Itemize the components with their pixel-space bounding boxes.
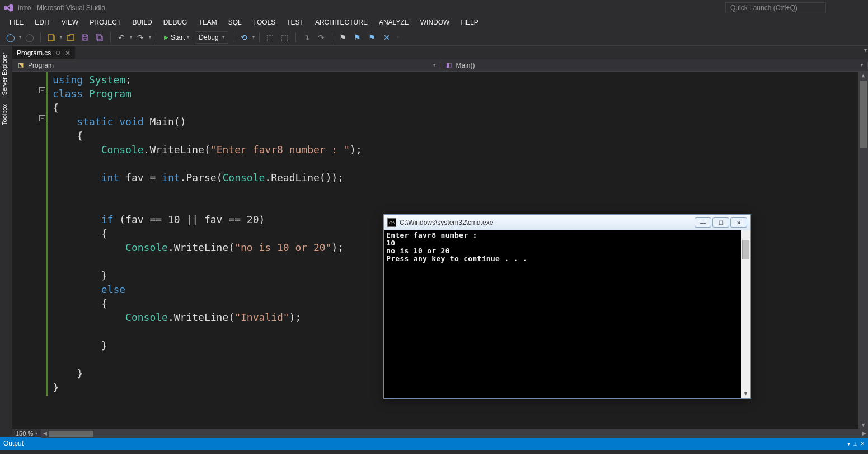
tab-overflow-chevron-icon[interactable]: ▾ (864, 47, 867, 53)
scroll-up-icon[interactable]: ▲ (858, 72, 868, 79)
config-dropdown[interactable]: Debug ▾ (195, 31, 228, 44)
step-into-icon[interactable]: ↴ (301, 31, 313, 44)
console-line: Enter favr8 number : (386, 231, 477, 239)
menu-sql[interactable]: SQL (223, 17, 247, 28)
toolbar: ◯ ▾ ◯ ▾ ↶ ▾ ↷ ▾ ▶ Start ▾ Debug ▾ ⟲ ▾ ⬚ … (0, 29, 868, 46)
separator (233, 32, 233, 42)
scroll-thumb[interactable] (49, 431, 93, 437)
breadcrumb-row: ⬔ Program ▾ ◧ Main() ▾ (12, 59, 868, 72)
svg-rect-0 (48, 35, 53, 41)
menu-test[interactable]: TEST (281, 17, 309, 28)
menu-architecture[interactable]: ARCHITECTURE (310, 17, 373, 28)
start-label: Start (171, 34, 185, 41)
chevron-down-icon: ▾ (433, 63, 435, 68)
maximize-button[interactable]: ☐ (712, 217, 729, 228)
close-panel-icon[interactable]: ✕ (860, 441, 865, 447)
pin-icon[interactable]: ⊕ (55, 49, 60, 56)
cmd-icon: C:\ (387, 218, 396, 227)
menu-help[interactable]: HELP (456, 17, 483, 28)
menu-team[interactable]: TEAM (193, 17, 222, 28)
console-line: 10 (386, 239, 395, 247)
separator (259, 32, 260, 42)
zoom-dropdown[interactable]: 150 % ▾ (12, 430, 41, 437)
file-tab-label: Program.cs (17, 49, 51, 57)
console-scrollbar[interactable]: ▲ ▼ (741, 230, 750, 398)
output-panel-title: Output (3, 439, 24, 447)
scroll-right-icon[interactable]: ▶ (860, 429, 868, 438)
scroll-thumb[interactable] (742, 240, 749, 259)
start-button[interactable]: ▶ Start ▾ (161, 34, 193, 41)
bookmark-icon[interactable]: ⚑ (351, 31, 364, 44)
separator (40, 32, 41, 42)
redo-icon[interactable]: ↷ (134, 31, 147, 44)
save-icon[interactable] (79, 31, 91, 44)
visual-studio-logo-icon (4, 3, 13, 12)
close-button[interactable]: ✕ (730, 217, 747, 228)
change-indicator (46, 72, 48, 396)
left-side-rail: Server Explorer Toolbox (0, 46, 12, 437)
output-panel-header[interactable]: Output ▾ ⟂ ✕ (0, 437, 868, 450)
scroll-thumb[interactable] (860, 81, 867, 148)
undo-icon[interactable]: ↶ (115, 31, 128, 44)
bookmark-next-icon[interactable]: ⚑ (366, 31, 378, 44)
editor-footer: 150 % ▾ ◀ ▶ (12, 429, 868, 437)
nav-back-icon[interactable]: ◯ (4, 31, 17, 44)
menu-file[interactable]: FILE (4, 17, 29, 28)
fold-gutter: − − (12, 72, 46, 429)
zoom-label: 150 % (16, 430, 33, 437)
save-all-icon[interactable] (93, 31, 106, 44)
browser-link-icon[interactable]: ⟲ (238, 31, 250, 44)
toolbox-tab[interactable]: Toolbox (0, 101, 12, 129)
breadcrumb-method-label: Main() (456, 62, 475, 69)
console-title-bar[interactable]: C:\ C:\Windows\system32\cmd.exe — ☐ ✕ (384, 215, 750, 230)
chevron-down-icon: ▾ (222, 35, 224, 40)
close-tab-icon[interactable]: ✕ (65, 49, 71, 57)
nav-forward-icon[interactable]: ◯ (24, 31, 36, 44)
console-window[interactable]: C:\ C:\Windows\system32\cmd.exe — ☐ ✕ En… (383, 214, 751, 399)
scroll-down-icon[interactable]: ▼ (741, 389, 750, 398)
server-explorer-tab[interactable]: Server Explorer (0, 49, 12, 98)
menu-debug[interactable]: DEBUG (158, 17, 193, 28)
breadcrumb-class-label: Program (28, 62, 54, 69)
play-icon: ▶ (164, 34, 168, 40)
menu-tools[interactable]: TOOLS (248, 17, 280, 28)
new-project-icon[interactable] (45, 31, 58, 44)
minimize-button[interactable]: — (695, 217, 711, 228)
quick-launch-input[interactable]: Quick Launch (Ctrl+Q) (725, 2, 826, 13)
console-title-text: C:\Windows\system32\cmd.exe (400, 219, 493, 226)
vertical-scrollbar[interactable]: ▲ ▼ (858, 72, 868, 429)
fold-toggle-icon[interactable]: − (39, 87, 45, 93)
find-in-files-icon[interactable]: ⚑ (337, 31, 349, 44)
menu-view[interactable]: VIEW (57, 17, 84, 28)
separator (295, 32, 296, 42)
menu-build[interactable]: BUILD (127, 17, 157, 28)
title-bar: intro - Microsoft Visual Studio Quick La… (0, 0, 868, 16)
tab-row: Program.cs ⊕ ✕ ▾ (12, 46, 868, 59)
auto-hide-pin-icon[interactable]: ⟂ (853, 441, 857, 447)
horizontal-scrollbar[interactable]: ◀ ▶ (41, 429, 868, 438)
fold-toggle-icon[interactable]: − (39, 115, 45, 121)
open-file-icon[interactable] (64, 31, 77, 44)
step-over-icon[interactable]: ↷ (315, 31, 327, 44)
chevron-down-icon: ▾ (861, 63, 863, 68)
window-position-icon[interactable]: ▾ (847, 441, 850, 447)
class-icon: ⬔ (17, 62, 25, 69)
menu-window[interactable]: WINDOW (415, 17, 455, 28)
menu-project[interactable]: PROJECT (85, 17, 126, 28)
file-tab-program[interactable]: Program.cs ⊕ ✕ (12, 46, 75, 59)
separator (110, 32, 111, 42)
uncomment-icon[interactable]: ⬚ (279, 31, 291, 44)
menu-analyze[interactable]: ANALYZE (374, 17, 414, 28)
method-icon: ◧ (445, 62, 453, 69)
scroll-down-icon[interactable]: ▼ (858, 421, 868, 429)
comment-out-icon[interactable]: ⬚ (264, 31, 276, 44)
menu-edit[interactable]: EDIT (30, 17, 55, 28)
console-output[interactable]: Enter favr8 number : 10 no is 10 or 20 P… (384, 230, 750, 398)
breadcrumb-method[interactable]: ◧ Main() ▾ (440, 62, 869, 69)
bookmark-clear-icon[interactable]: ✕ (381, 31, 393, 44)
breadcrumb-class[interactable]: ⬔ Program ▾ (12, 62, 440, 69)
chevron-down-icon: ▾ (35, 431, 37, 436)
separator (332, 32, 332, 42)
scroll-left-icon[interactable]: ◀ (41, 429, 49, 438)
code-lines: using System; class Program { static voi… (46, 72, 362, 429)
